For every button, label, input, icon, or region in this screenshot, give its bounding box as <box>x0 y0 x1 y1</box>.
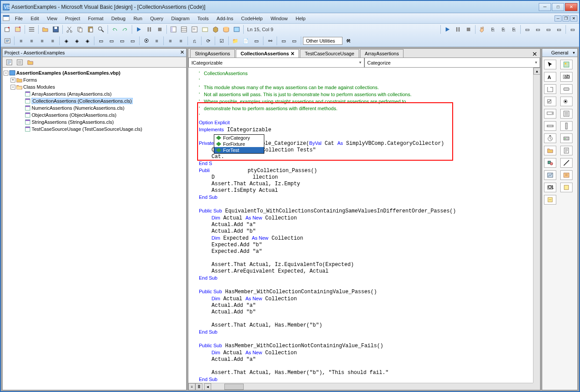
label-tool[interactable]: A <box>544 72 556 82</box>
paste2-button[interactable]: ▭ <box>289 36 299 46</box>
tree-class-item[interactable]: CollectionAssertions (CollectionAssertio… <box>18 97 185 104</box>
pause2-button[interactable] <box>453 25 463 34</box>
bullets-button[interactable]: ⦿ <box>141 36 151 46</box>
procedure-dropdown[interactable]: Categorize <box>364 58 540 68</box>
mdi-minimize[interactable]: ─ <box>555 15 562 22</box>
bookmark-button[interactable]: ◈ <box>61 36 71 46</box>
scroll-left-icon[interactable]: ◄ <box>204 383 211 390</box>
close-button[interactable]: ✕ <box>565 3 577 11</box>
intellisense-item[interactable]: ForFixture <box>214 141 264 147</box>
immediate-button[interactable]: ▭ <box>533 25 543 34</box>
tab-arrayassertions[interactable]: ArrayAssertions <box>360 49 404 58</box>
toolbox-button[interactable] <box>211 25 220 34</box>
step-into-button[interactable]: ⎘ <box>488 25 497 34</box>
view-object-button[interactable] <box>15 58 25 67</box>
menu-window[interactable]: Window <box>267 14 291 22</box>
project-panel-close[interactable]: ✕ <box>179 50 185 56</box>
locals-button[interactable]: ▭ <box>522 25 532 34</box>
listbox-tool[interactable] <box>560 109 573 119</box>
uncomment-button[interactable]: ≡ <box>176 36 186 46</box>
copy2-button[interactable]: ▭ <box>279 36 288 46</box>
filelistbox-tool[interactable] <box>560 146 573 155</box>
doc-button[interactable]: 📄 <box>241 36 251 46</box>
hand-button[interactable] <box>477 25 487 34</box>
watch-button[interactable]: ▭ <box>544 25 553 34</box>
view-full-button[interactable]: ≣ <box>195 383 202 390</box>
menu-edit[interactable]: Edit <box>27 14 43 22</box>
step-out-button[interactable]: ⎘ <box>509 25 519 34</box>
list-button[interactable]: ≡ <box>37 36 47 46</box>
pointer-tool[interactable] <box>544 60 556 69</box>
tree-class-item[interactable]: StringAssertions (StringAssertions.cls) <box>18 119 185 126</box>
tree-toggle-icon[interactable]: − <box>11 85 15 90</box>
shape-tool[interactable] <box>544 158 556 168</box>
tab-close-icon[interactable]: × <box>291 51 294 56</box>
intellisense-item[interactable]: ForTest <box>214 147 264 153</box>
tree-root[interactable]: − AssertionExamples (AssertionExamples.v… <box>4 69 185 76</box>
redo-button[interactable] <box>120 25 130 34</box>
toggle-folders-button[interactable] <box>25 58 35 67</box>
comment-button[interactable]: ≡ <box>166 36 175 46</box>
tree-class-item[interactable]: TestCaseSourceUsage (TestCaseSourceUsage… <box>18 126 185 133</box>
toolbox-header[interactable]: General <box>542 48 578 57</box>
image-tool[interactable] <box>544 170 556 180</box>
minimize-button[interactable]: ─ <box>539 3 551 11</box>
vcm-button[interactable] <box>232 25 241 34</box>
hscrollbar-tool[interactable] <box>544 121 556 131</box>
menu-query[interactable]: Query <box>147 14 167 22</box>
add-project-button[interactable] <box>3 25 12 34</box>
object-browser-button[interactable] <box>200 25 210 34</box>
tab-testcasesourceusage[interactable]: TestCaseSourceUsage <box>300 49 359 58</box>
frame-tool[interactable] <box>544 84 556 94</box>
menu-add-ins[interactable]: Add-Ins <box>213 14 237 22</box>
prev-bookmark-button[interactable]: ◈ <box>83 36 92 46</box>
stack-button[interactable]: ▭ <box>252 36 261 46</box>
tab2-button[interactable]: ▭ <box>107 36 116 46</box>
start-button[interactable] <box>134 25 144 34</box>
next-bookmark-button[interactable]: ◈ <box>72 36 82 46</box>
paste-button[interactable] <box>86 25 95 34</box>
menu-tools[interactable]: Tools <box>194 14 213 22</box>
tree-forms[interactable]: + Forms <box>11 76 185 83</box>
menu-run[interactable]: Run <box>130 14 146 22</box>
data-tool[interactable] <box>560 170 573 180</box>
timer-tool[interactable] <box>544 133 556 143</box>
tree-class-item[interactable]: NumericAssertions (NumericAssertions.cls… <box>18 104 185 111</box>
project-tree[interactable]: − AssertionExamples (AssertionExamples.v… <box>2 68 187 390</box>
combobox-tool[interactable] <box>544 109 556 119</box>
lines-button[interactable]: ≡ <box>152 36 162 46</box>
refresh-button[interactable]: ⟳ <box>203 36 213 46</box>
scroll-up-icon[interactable]: ▲ <box>533 68 540 75</box>
intellisense-item[interactable]: ForCategory <box>214 135 264 141</box>
vertical-scrollbar[interactable]: ▲ <box>533 68 540 383</box>
tab3-button[interactable]: ▭ <box>117 36 127 46</box>
cut-button[interactable] <box>65 25 74 34</box>
other-utilities-dropdown[interactable]: Other Utilities <box>303 37 342 45</box>
object-dropdown[interactable]: ICategorizable <box>188 58 364 68</box>
form-layout-button[interactable] <box>190 25 199 34</box>
close-all-tabs[interactable]: ✕ <box>531 50 538 58</box>
horizontal-scrollbar[interactable]: ≡ ≣ ◄ <box>188 383 533 390</box>
tree-class-item[interactable]: ObjectAssertions (ObjectAssertions.cls) <box>18 111 185 119</box>
custom2-tool[interactable] <box>544 195 556 205</box>
ole-tool[interactable]: OLE <box>544 183 556 192</box>
tree-class-modules[interactable]: − Class Modules <box>11 83 185 90</box>
call-stack-button[interactable]: ▭ <box>568 25 577 34</box>
play2-button[interactable] <box>443 25 452 34</box>
project-explorer-button[interactable] <box>169 25 178 34</box>
format-button[interactable]: ⎌ <box>190 36 199 46</box>
menu-project[interactable]: Project <box>61 14 83 22</box>
menu-help[interactable]: Help <box>292 14 309 22</box>
find-button[interactable] <box>96 25 106 34</box>
quick-watch-button[interactable]: ▭ <box>554 25 564 34</box>
menu-diagram[interactable]: Diagram <box>168 14 193 22</box>
custom-tool[interactable] <box>560 183 573 192</box>
folder-button[interactable]: 📁 <box>231 36 240 46</box>
step-over-button[interactable]: ⎘ <box>498 25 508 34</box>
link-button[interactable]: ⚯ <box>265 36 275 46</box>
mdi-close[interactable]: ✕ <box>570 15 577 22</box>
copy-button[interactable] <box>75 25 85 34</box>
intellisense-popup[interactable]: ForCategoryForFixtureForTest <box>214 134 264 154</box>
code-editor[interactable]: ' CollectionAssertions ' ' This module s… <box>188 68 533 383</box>
commandbutton-tool[interactable] <box>560 84 573 94</box>
